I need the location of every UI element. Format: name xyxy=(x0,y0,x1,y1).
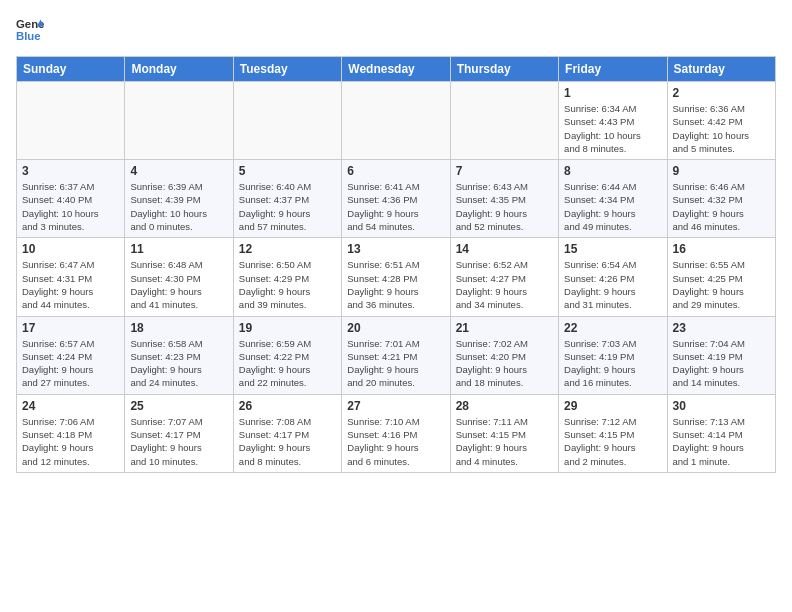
calendar-cell: 10Sunrise: 6:47 AM Sunset: 4:31 PM Dayli… xyxy=(17,238,125,316)
calendar-cell: 4Sunrise: 6:39 AM Sunset: 4:39 PM Daylig… xyxy=(125,160,233,238)
day-number: 19 xyxy=(239,321,336,335)
day-info: Sunrise: 6:57 AM Sunset: 4:24 PM Dayligh… xyxy=(22,337,119,390)
calendar-cell: 9Sunrise: 6:46 AM Sunset: 4:32 PM Daylig… xyxy=(667,160,775,238)
day-number: 24 xyxy=(22,399,119,413)
calendar-cell: 30Sunrise: 7:13 AM Sunset: 4:14 PM Dayli… xyxy=(667,394,775,472)
calendar-cell xyxy=(233,82,341,160)
day-info: Sunrise: 6:47 AM Sunset: 4:31 PM Dayligh… xyxy=(22,258,119,311)
svg-text:Blue: Blue xyxy=(16,30,41,42)
day-info: Sunrise: 6:54 AM Sunset: 4:26 PM Dayligh… xyxy=(564,258,661,311)
calendar-cell: 22Sunrise: 7:03 AM Sunset: 4:19 PM Dayli… xyxy=(559,316,667,394)
day-info: Sunrise: 6:55 AM Sunset: 4:25 PM Dayligh… xyxy=(673,258,770,311)
calendar-cell: 2Sunrise: 6:36 AM Sunset: 4:42 PM Daylig… xyxy=(667,82,775,160)
day-number: 17 xyxy=(22,321,119,335)
day-info: Sunrise: 6:46 AM Sunset: 4:32 PM Dayligh… xyxy=(673,180,770,233)
day-number: 21 xyxy=(456,321,553,335)
calendar-cell: 21Sunrise: 7:02 AM Sunset: 4:20 PM Dayli… xyxy=(450,316,558,394)
weekday-header-saturday: Saturday xyxy=(667,57,775,82)
day-number: 14 xyxy=(456,242,553,256)
calendar-cell: 29Sunrise: 7:12 AM Sunset: 4:15 PM Dayli… xyxy=(559,394,667,472)
day-number: 3 xyxy=(22,164,119,178)
day-number: 30 xyxy=(673,399,770,413)
day-info: Sunrise: 6:51 AM Sunset: 4:28 PM Dayligh… xyxy=(347,258,444,311)
day-number: 29 xyxy=(564,399,661,413)
day-number: 7 xyxy=(456,164,553,178)
day-number: 4 xyxy=(130,164,227,178)
calendar-cell: 25Sunrise: 7:07 AM Sunset: 4:17 PM Dayli… xyxy=(125,394,233,472)
calendar-cell: 27Sunrise: 7:10 AM Sunset: 4:16 PM Dayli… xyxy=(342,394,450,472)
day-info: Sunrise: 6:34 AM Sunset: 4:43 PM Dayligh… xyxy=(564,102,661,155)
calendar-cell: 19Sunrise: 6:59 AM Sunset: 4:22 PM Dayli… xyxy=(233,316,341,394)
calendar-cell: 13Sunrise: 6:51 AM Sunset: 4:28 PM Dayli… xyxy=(342,238,450,316)
calendar-cell: 15Sunrise: 6:54 AM Sunset: 4:26 PM Dayli… xyxy=(559,238,667,316)
day-number: 13 xyxy=(347,242,444,256)
calendar-cell: 7Sunrise: 6:43 AM Sunset: 4:35 PM Daylig… xyxy=(450,160,558,238)
day-number: 12 xyxy=(239,242,336,256)
day-info: Sunrise: 6:50 AM Sunset: 4:29 PM Dayligh… xyxy=(239,258,336,311)
weekday-header-sunday: Sunday xyxy=(17,57,125,82)
calendar-cell: 12Sunrise: 6:50 AM Sunset: 4:29 PM Dayli… xyxy=(233,238,341,316)
day-info: Sunrise: 7:13 AM Sunset: 4:14 PM Dayligh… xyxy=(673,415,770,468)
logo-icon: General Blue xyxy=(16,16,44,44)
calendar-cell xyxy=(450,82,558,160)
day-info: Sunrise: 6:37 AM Sunset: 4:40 PM Dayligh… xyxy=(22,180,119,233)
calendar-cell: 8Sunrise: 6:44 AM Sunset: 4:34 PM Daylig… xyxy=(559,160,667,238)
day-number: 27 xyxy=(347,399,444,413)
weekday-header-monday: Monday xyxy=(125,57,233,82)
calendar-cell: 3Sunrise: 6:37 AM Sunset: 4:40 PM Daylig… xyxy=(17,160,125,238)
day-number: 9 xyxy=(673,164,770,178)
day-info: Sunrise: 6:40 AM Sunset: 4:37 PM Dayligh… xyxy=(239,180,336,233)
calendar-cell xyxy=(342,82,450,160)
calendar-cell: 26Sunrise: 7:08 AM Sunset: 4:17 PM Dayli… xyxy=(233,394,341,472)
day-number: 18 xyxy=(130,321,227,335)
calendar-cell xyxy=(17,82,125,160)
weekday-header-thursday: Thursday xyxy=(450,57,558,82)
day-info: Sunrise: 7:10 AM Sunset: 4:16 PM Dayligh… xyxy=(347,415,444,468)
calendar-cell: 20Sunrise: 7:01 AM Sunset: 4:21 PM Dayli… xyxy=(342,316,450,394)
weekday-header-tuesday: Tuesday xyxy=(233,57,341,82)
day-number: 25 xyxy=(130,399,227,413)
day-number: 2 xyxy=(673,86,770,100)
weekday-header-wednesday: Wednesday xyxy=(342,57,450,82)
day-info: Sunrise: 7:01 AM Sunset: 4:21 PM Dayligh… xyxy=(347,337,444,390)
calendar-cell: 6Sunrise: 6:41 AM Sunset: 4:36 PM Daylig… xyxy=(342,160,450,238)
calendar-cell: 5Sunrise: 6:40 AM Sunset: 4:37 PM Daylig… xyxy=(233,160,341,238)
day-info: Sunrise: 6:43 AM Sunset: 4:35 PM Dayligh… xyxy=(456,180,553,233)
calendar-cell: 18Sunrise: 6:58 AM Sunset: 4:23 PM Dayli… xyxy=(125,316,233,394)
page-header: General Blue xyxy=(16,16,776,44)
day-number: 20 xyxy=(347,321,444,335)
day-info: Sunrise: 6:52 AM Sunset: 4:27 PM Dayligh… xyxy=(456,258,553,311)
calendar-cell: 14Sunrise: 6:52 AM Sunset: 4:27 PM Dayli… xyxy=(450,238,558,316)
day-number: 16 xyxy=(673,242,770,256)
calendar-cell xyxy=(125,82,233,160)
day-info: Sunrise: 6:44 AM Sunset: 4:34 PM Dayligh… xyxy=(564,180,661,233)
weekday-header-friday: Friday xyxy=(559,57,667,82)
day-number: 28 xyxy=(456,399,553,413)
logo: General Blue xyxy=(16,16,44,44)
calendar-cell: 16Sunrise: 6:55 AM Sunset: 4:25 PM Dayli… xyxy=(667,238,775,316)
day-info: Sunrise: 6:41 AM Sunset: 4:36 PM Dayligh… xyxy=(347,180,444,233)
day-info: Sunrise: 6:39 AM Sunset: 4:39 PM Dayligh… xyxy=(130,180,227,233)
day-info: Sunrise: 7:04 AM Sunset: 4:19 PM Dayligh… xyxy=(673,337,770,390)
day-info: Sunrise: 7:02 AM Sunset: 4:20 PM Dayligh… xyxy=(456,337,553,390)
day-number: 11 xyxy=(130,242,227,256)
day-number: 8 xyxy=(564,164,661,178)
day-info: Sunrise: 7:12 AM Sunset: 4:15 PM Dayligh… xyxy=(564,415,661,468)
day-info: Sunrise: 7:06 AM Sunset: 4:18 PM Dayligh… xyxy=(22,415,119,468)
day-info: Sunrise: 7:08 AM Sunset: 4:17 PM Dayligh… xyxy=(239,415,336,468)
day-number: 15 xyxy=(564,242,661,256)
calendar-cell: 28Sunrise: 7:11 AM Sunset: 4:15 PM Dayli… xyxy=(450,394,558,472)
day-number: 5 xyxy=(239,164,336,178)
day-info: Sunrise: 6:58 AM Sunset: 4:23 PM Dayligh… xyxy=(130,337,227,390)
day-info: Sunrise: 6:59 AM Sunset: 4:22 PM Dayligh… xyxy=(239,337,336,390)
day-info: Sunrise: 7:03 AM Sunset: 4:19 PM Dayligh… xyxy=(564,337,661,390)
day-number: 26 xyxy=(239,399,336,413)
calendar-cell: 23Sunrise: 7:04 AM Sunset: 4:19 PM Dayli… xyxy=(667,316,775,394)
day-info: Sunrise: 6:36 AM Sunset: 4:42 PM Dayligh… xyxy=(673,102,770,155)
day-info: Sunrise: 7:07 AM Sunset: 4:17 PM Dayligh… xyxy=(130,415,227,468)
day-number: 1 xyxy=(564,86,661,100)
calendar-cell: 11Sunrise: 6:48 AM Sunset: 4:30 PM Dayli… xyxy=(125,238,233,316)
calendar-table: SundayMondayTuesdayWednesdayThursdayFrid… xyxy=(16,56,776,473)
calendar-cell: 24Sunrise: 7:06 AM Sunset: 4:18 PM Dayli… xyxy=(17,394,125,472)
day-number: 22 xyxy=(564,321,661,335)
